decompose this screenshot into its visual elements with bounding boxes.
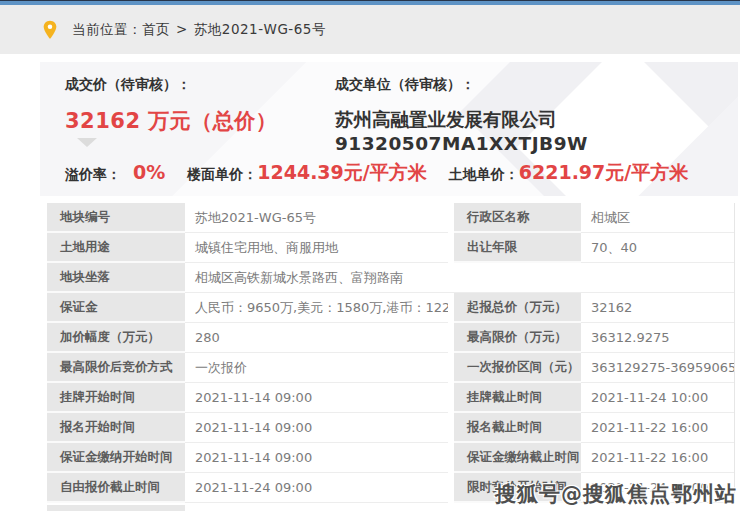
parcel-info-table: 地块编号 苏地2021-WG-65号 行政区名称 相城区 土地用途 城镇住宅用地… — [47, 203, 735, 503]
table-label: 最高限价后竞价方式 — [47, 353, 185, 383]
table-label: 挂牌开始时间 — [47, 383, 185, 413]
deal-unit-block: 成交单位（待审核）： 苏州高融置业发展有限公司 91320507MA1XXTJB… — [335, 76, 738, 154]
table-label: 保证金缴纳截止时间 — [454, 443, 581, 473]
table-label: 起报总价（万元） — [454, 293, 581, 323]
table-label: 自由报价截止时间 — [47, 473, 185, 503]
table-label: 一次报价区间（元） — [454, 353, 581, 383]
breadcrumb: 当前位置：首页>苏地2021-WG-65号 — [0, 5, 740, 54]
premium-rate-value: 0% — [133, 161, 165, 183]
table-value: 280 — [185, 323, 448, 353]
premium-rate-label: 溢价率： — [65, 166, 121, 184]
breadcrumb-prefix: 当前位置： — [72, 21, 142, 37]
table-value: 2021-11-22 16:00 — [581, 413, 734, 443]
table-value: 城镇住宅用地、商服用地 — [185, 233, 448, 263]
table-label: 土地用途 — [47, 233, 185, 263]
table-value: 相城区 — [581, 203, 734, 233]
table-label: 地块编号 — [47, 203, 185, 233]
table-value: 相城区高铁新城水景路西、富翔路南 — [185, 263, 734, 293]
table-value: 36312.9275 — [581, 323, 734, 353]
floor-price-label: 楼面单价： — [187, 166, 257, 184]
page: 当前位置：首页>苏地2021-WG-65号 成交价（待审核）： 32162 万元… — [0, 0, 740, 511]
table-value: 2021-11-22 16:00 — [581, 443, 734, 473]
table-label: 加价幅度（万元） — [47, 323, 185, 353]
table-value: 2021-11-24 10:00 — [581, 383, 734, 413]
table-value: 70、40 — [581, 233, 734, 263]
breadcrumb-current: 苏地2021-WG-65号 — [194, 21, 326, 37]
table-label: 保证金缴纳开始时间 — [47, 443, 185, 473]
table-value: 2021-11-14 09:00 — [185, 443, 448, 473]
table-value: 2021-11-24 09:00 — [185, 473, 448, 503]
table-label: 报名开始时间 — [47, 413, 185, 443]
table-value: 2021-11-14 09:00 — [185, 413, 448, 443]
next-row-partial — [47, 505, 185, 511]
deal-unit-label: 成交单位（待审核）： — [335, 76, 738, 94]
deal-summary-panel: 成交价（待审核）： 32162 万元（总价） 成交单位（待审核）： 苏州高融置业… — [40, 62, 738, 196]
deal-metrics-row: 溢价率： 0% 楼面单价： 1244.39元/平方米 土地单价： 6221.97… — [65, 160, 688, 186]
table-value: 2021-11-14 09:00 — [185, 383, 448, 413]
table-value: 363129275-369590650 — [581, 353, 734, 383]
table-label: 报名截止时间 — [454, 413, 581, 443]
table-label: 挂牌截止时间 — [454, 383, 581, 413]
table-value: 人民币：9650万,美元：1580万,港币：12230万 — [185, 293, 448, 323]
decor-triangle — [77, 138, 97, 147]
floor-price-value: 1244.39元/平方米 — [257, 160, 426, 186]
table-label: 最高限价（万元） — [454, 323, 581, 353]
deal-price-value: 32162 万元（总价） — [65, 107, 335, 135]
breadcrumb-text: 当前位置：首页>苏地2021-WG-65号 — [72, 21, 326, 39]
deal-price-block: 成交价（待审核）： 32162 万元（总价） — [65, 76, 335, 154]
land-price-value: 6221.97元/平方米 — [519, 160, 688, 186]
table-label: 行政区名称 — [454, 203, 581, 233]
table-label: 出让年限 — [454, 233, 581, 263]
deal-price-label: 成交价（待审核）： — [65, 76, 335, 94]
table-label: 地块坐落 — [47, 263, 185, 293]
table-value: 32162 — [581, 293, 734, 323]
land-price-label: 土地单价： — [449, 166, 519, 184]
breadcrumb-home-link[interactable]: 首页 — [142, 21, 170, 37]
deal-company-name: 苏州高融置业发展有限公司 — [335, 107, 738, 133]
deal-credit-code: 91320507MA1XXTJB9W — [335, 133, 738, 154]
deal-grid: 成交价（待审核）： 32162 万元（总价） 成交单位（待审核）： 苏州高融置业… — [40, 62, 738, 154]
table-value: 苏地2021-WG-65号 — [185, 203, 448, 233]
breadcrumb-separator: > — [176, 21, 188, 37]
watermark: 搜狐号@搜狐焦点鄂州站 — [495, 480, 737, 508]
table-label: 保证金 — [47, 293, 185, 323]
location-pin-icon — [42, 20, 58, 40]
table-value: 一次报价 — [185, 353, 448, 383]
